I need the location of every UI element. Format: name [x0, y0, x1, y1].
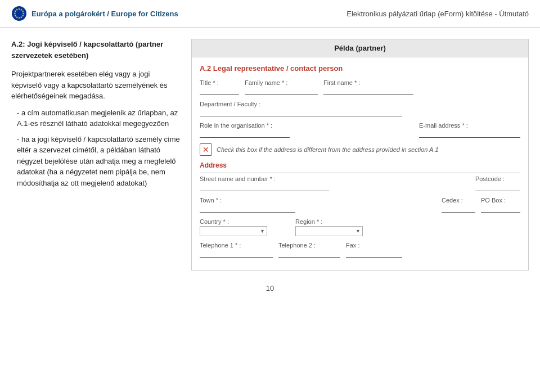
- pobox-field: PO Box :: [481, 197, 520, 213]
- title-label: Title * :: [200, 79, 239, 86]
- dept-field: Department / Faculty :: [200, 101, 402, 116]
- left-col-bullet2: ha a jogi képviselő / kapcsolattartó sze…: [11, 134, 180, 189]
- form-row-town: Town * : Cedex : PO Box :: [200, 197, 520, 213]
- country-field: Country * : ▼: [200, 218, 273, 236]
- town-field: Town * :: [200, 197, 295, 213]
- left-column: A.2: Jogi képviselő / kapcsolattartó (pa…: [11, 39, 180, 271]
- postcode-field: Postcode :: [475, 175, 520, 191]
- left-col-paragraph1: Projektpartnerek esetében elég vagy a jo…: [11, 69, 180, 102]
- left-col-title: A.2: Jogi képviselő / kapcsolattartó (pa…: [11, 39, 180, 61]
- tel1-input[interactable]: [200, 250, 273, 258]
- right-column: Példa (partner) A.2 Legal representative…: [191, 39, 529, 271]
- dept-label: Department / Faculty :: [200, 101, 402, 107]
- form-row-2: Department / Faculty :: [200, 101, 520, 116]
- form-row-tel: Telephone 1 * : Telephone 2 : Fax :: [200, 242, 520, 258]
- fax-field: Fax :: [346, 242, 402, 258]
- first-name-label: First name * :: [323, 79, 413, 86]
- title-input[interactable]: [200, 87, 239, 95]
- fax-label: Fax :: [346, 242, 402, 249]
- street-field: Street name and number * :: [200, 175, 329, 191]
- town-label: Town * :: [200, 197, 295, 204]
- checkbox-row: ✕ Check this box if the address is diffe…: [200, 143, 520, 156]
- page-number: 10: [266, 284, 274, 292]
- cedex-field: Cedex :: [442, 197, 475, 213]
- form-row-street: Street name and number * : Postcode :: [200, 175, 520, 191]
- left-col-bullet1: a cím automatikusan megjelenik az űrlapb…: [11, 107, 180, 129]
- first-name-input[interactable]: [323, 87, 413, 95]
- family-name-field: Family name * :: [245, 79, 318, 95]
- region-field: Region * : ▼: [295, 218, 368, 236]
- cedex-input[interactable]: [442, 205, 475, 213]
- region-label: Region * :: [295, 218, 368, 225]
- address-title: Address: [200, 161, 520, 169]
- main-content: A.2: Jogi képviselő / kapcsolattartó (pa…: [0, 28, 540, 276]
- eu-logo-icon: [11, 6, 27, 21]
- pobox-input[interactable]: [481, 205, 520, 213]
- email-label: E-mail address * :: [419, 122, 520, 129]
- tel2-input[interactable]: [278, 250, 340, 258]
- header-left: Európa a polgárokért / Europe for Citize…: [11, 6, 178, 21]
- postcode-label: Postcode :: [475, 175, 520, 182]
- form-row-country: Country * : ▼ Region * : ▼: [200, 218, 520, 236]
- form-row-1: Title * : Family name * : First name * :: [200, 79, 520, 95]
- country-label: Country * :: [200, 218, 273, 225]
- tel1-field: Telephone 1 * :: [200, 242, 273, 258]
- title-field: Title * :: [200, 79, 239, 95]
- role-label: Role in the organisation * :: [200, 122, 290, 129]
- fax-input[interactable]: [346, 250, 402, 258]
- street-input[interactable]: [200, 183, 329, 191]
- address-checkbox[interactable]: ✕: [200, 143, 212, 156]
- street-label: Street name and number * :: [200, 175, 329, 182]
- email-input[interactable]: [419, 130, 520, 138]
- form-inner: A.2 Legal representative / contact perso…: [192, 57, 528, 270]
- pobox-label: PO Box :: [481, 197, 520, 204]
- form-section-title: A.2 Legal representative / contact perso…: [200, 64, 520, 73]
- left-col-list: a cím automatikusan megjelenik az űrlapb…: [11, 107, 180, 189]
- region-select[interactable]: ▼: [295, 226, 363, 236]
- cedex-label: Cedex :: [442, 197, 475, 204]
- header-right-text: Elektronikus pályázati űrlap (eForm) kit…: [346, 10, 529, 18]
- address-divider: [200, 173, 520, 173]
- town-input[interactable]: [200, 205, 295, 213]
- page-header: Európa a polgárokért / Europe for Citize…: [0, 0, 540, 28]
- tel1-label: Telephone 1 * :: [200, 242, 273, 249]
- page-footer: 10: [0, 276, 540, 300]
- family-name-label: Family name * :: [245, 79, 318, 86]
- checkbox-label: Check this box if the address is differe…: [217, 146, 439, 153]
- region-dropdown-arrow: ▼: [356, 228, 361, 234]
- tel2-label: Telephone 2 :: [278, 242, 340, 249]
- first-name-field: First name * :: [323, 79, 413, 95]
- family-name-input[interactable]: [245, 87, 318, 95]
- form-row-3: Role in the organisation * : E-mail addr…: [200, 122, 520, 138]
- role-field: Role in the organisation * :: [200, 122, 290, 138]
- country-select[interactable]: ▼: [200, 226, 267, 236]
- example-header: Példa (partner): [192, 39, 528, 57]
- tel2-field: Telephone 2 :: [278, 242, 340, 258]
- header-left-text: Európa a polgárokért / Europe for Citize…: [32, 10, 178, 18]
- email-field: E-mail address * :: [419, 122, 520, 138]
- postcode-input[interactable]: [475, 183, 520, 191]
- dept-input[interactable]: [200, 109, 402, 116]
- role-input[interactable]: [200, 130, 290, 138]
- country-dropdown-arrow: ▼: [260, 228, 265, 234]
